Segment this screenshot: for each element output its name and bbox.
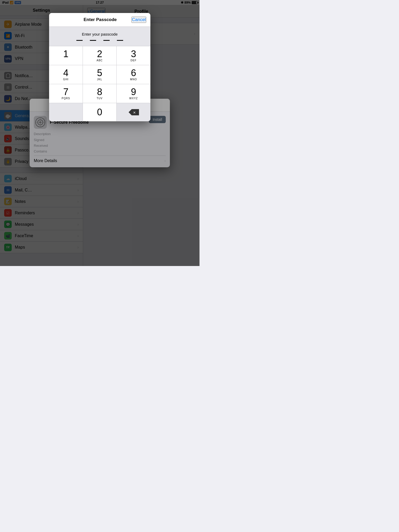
key-3-number: 3 bbox=[131, 49, 136, 59]
key-1-letters bbox=[65, 59, 66, 62]
key-2-letters: ABC bbox=[97, 59, 103, 62]
key-1-number: 1 bbox=[63, 49, 68, 59]
key-9[interactable]: 9 WXYZ bbox=[117, 84, 150, 103]
key-2-number: 2 bbox=[97, 49, 102, 59]
passcode-dot-4 bbox=[117, 40, 123, 41]
key-6-number: 6 bbox=[131, 68, 136, 78]
key-4-letters: GHI bbox=[63, 78, 69, 81]
keypad-bottom-row: 0 ✕ bbox=[49, 103, 150, 121]
key-8-number: 8 bbox=[97, 87, 102, 97]
passcode-prompt: Enter your passcode bbox=[49, 32, 150, 36]
key-7[interactable]: 7 PQRS bbox=[49, 84, 83, 103]
passcode-title: Enter Passcode bbox=[69, 17, 131, 22]
key-1[interactable]: 1 bbox=[49, 46, 83, 65]
key-5-letters: JKL bbox=[97, 78, 102, 81]
key-empty-left bbox=[49, 103, 83, 121]
key-8[interactable]: 8 TUV bbox=[83, 84, 117, 103]
passcode-body: Enter your passcode bbox=[49, 27, 150, 41]
key-8-letters: TUV bbox=[97, 97, 103, 100]
backspace-icon: ✕ bbox=[128, 109, 139, 116]
key-5[interactable]: 5 JKL bbox=[83, 65, 117, 84]
passcode-dot-1 bbox=[76, 40, 83, 41]
key-9-number: 9 bbox=[131, 87, 136, 97]
key-7-number: 7 bbox=[63, 87, 68, 97]
key-9-letters: WXYZ bbox=[129, 97, 138, 100]
svg-text:✕: ✕ bbox=[133, 111, 136, 115]
key-3-letters: DEF bbox=[131, 59, 137, 62]
passcode-modal: Enter Passcode Cancel Enter your passcod… bbox=[49, 13, 150, 121]
key-7-letters: PQRS bbox=[62, 97, 70, 100]
key-0-number: 0 bbox=[97, 108, 102, 117]
passcode-cancel-button[interactable]: Cancel bbox=[131, 17, 146, 23]
key-4-number: 4 bbox=[63, 68, 68, 78]
passcode-dot-3 bbox=[103, 40, 110, 41]
passcode-dots bbox=[49, 40, 150, 41]
key-6-letters: MNO bbox=[130, 78, 137, 81]
keypad: 1 2 ABC 3 DEF 4 GHI 5 JKL 6 MNO bbox=[49, 46, 150, 103]
passcode-dot-2 bbox=[90, 40, 96, 41]
key-2[interactable]: 2 ABC bbox=[83, 46, 117, 65]
key-6[interactable]: 6 MNO bbox=[117, 65, 150, 84]
key-5-number: 5 bbox=[97, 68, 102, 78]
passcode-modal-header: Enter Passcode Cancel bbox=[49, 13, 150, 27]
passcode-overlay: Enter Passcode Cancel Enter your passcod… bbox=[0, 0, 200, 266]
key-backspace[interactable]: ✕ bbox=[117, 103, 150, 121]
key-0[interactable]: 0 bbox=[83, 103, 117, 121]
key-3[interactable]: 3 DEF bbox=[117, 46, 150, 65]
key-4[interactable]: 4 GHI bbox=[49, 65, 83, 84]
